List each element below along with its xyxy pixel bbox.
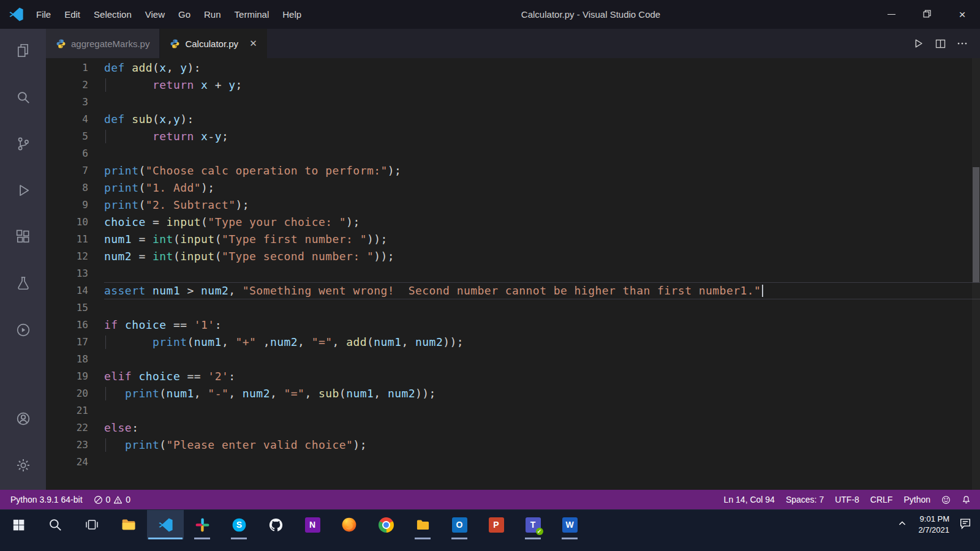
line-number[interactable]: 8 bbox=[46, 179, 104, 197]
taskbar-chrome[interactable] bbox=[368, 510, 404, 539]
taskbar-search[interactable] bbox=[37, 510, 74, 539]
encoding-indicator[interactable]: UTF-8 bbox=[829, 490, 865, 509]
close-tab-icon[interactable]: ✕ bbox=[249, 38, 257, 49]
python-interpreter[interactable]: Python 3.9.1 64-bit bbox=[5, 490, 88, 509]
taskbar-slack[interactable] bbox=[184, 510, 221, 539]
activity-testing[interactable] bbox=[0, 261, 46, 308]
line-number[interactable]: 19 bbox=[46, 368, 104, 385]
menu-terminal[interactable]: Terminal bbox=[228, 0, 276, 29]
code-line-19[interactable]: 19elif choice == '2': bbox=[46, 368, 980, 385]
language-mode[interactable]: Python bbox=[898, 490, 936, 509]
line-number[interactable]: 3 bbox=[46, 94, 104, 111]
restore-button[interactable] bbox=[909, 0, 944, 29]
cursor-position[interactable]: Ln 14, Col 94 bbox=[718, 490, 780, 509]
run-button[interactable] bbox=[910, 36, 926, 51]
notifications-button[interactable] bbox=[956, 490, 976, 509]
feedback-button[interactable] bbox=[936, 490, 956, 509]
code-line-2[interactable]: 2 return x + y; bbox=[46, 77, 980, 94]
split-editor-button[interactable] bbox=[932, 36, 948, 51]
line-number[interactable]: 11 bbox=[46, 231, 104, 248]
code-line-16[interactable]: 16if choice == '1': bbox=[46, 317, 980, 334]
tab-Calculator.py[interactable]: Calculator.py✕ bbox=[160, 29, 266, 58]
taskbar-word[interactable]: W bbox=[551, 510, 588, 539]
close-button[interactable]: × bbox=[944, 0, 980, 29]
code-line-9[interactable]: 9print("2. Subtract"); bbox=[46, 197, 980, 214]
taskbar-folder[interactable] bbox=[404, 510, 441, 539]
code-line-18[interactable]: 18 bbox=[46, 351, 980, 368]
taskbar-file-explorer[interactable] bbox=[110, 510, 147, 539]
taskbar-onenote[interactable]: N bbox=[294, 510, 331, 539]
line-number[interactable]: 20 bbox=[46, 385, 104, 402]
line-number[interactable]: 1 bbox=[46, 59, 104, 77]
taskbar-vscode[interactable] bbox=[147, 510, 184, 539]
activity-explorer[interactable] bbox=[0, 29, 46, 75]
line-number[interactable]: 6 bbox=[46, 145, 104, 162]
line-number[interactable]: 22 bbox=[46, 419, 104, 437]
indentation-indicator[interactable]: Spaces: 7 bbox=[780, 490, 829, 509]
code-line-20[interactable]: 20 print(num1, "-", num2, "=", sub(num1,… bbox=[46, 385, 980, 402]
activity-source-control[interactable] bbox=[0, 122, 46, 168]
line-number[interactable]: 23 bbox=[46, 437, 104, 454]
minimize-button[interactable] bbox=[873, 0, 909, 29]
line-number[interactable]: 2 bbox=[46, 77, 104, 94]
code-line-12[interactable]: 12num2 = int(input("Type second number: … bbox=[46, 248, 980, 265]
line-number[interactable]: 15 bbox=[46, 299, 104, 317]
code-line-1[interactable]: 1def add(x, y): bbox=[46, 59, 980, 77]
taskbar-task-view[interactable] bbox=[74, 510, 110, 539]
activity-account[interactable] bbox=[0, 397, 46, 443]
taskbar-outlook[interactable]: O bbox=[441, 510, 478, 539]
problems-indicator[interactable]: 0 0 bbox=[88, 490, 137, 509]
menu-edit[interactable]: Edit bbox=[58, 0, 87, 29]
menu-help[interactable]: Help bbox=[276, 0, 308, 29]
line-number[interactable]: 17 bbox=[46, 334, 104, 351]
code-line-23[interactable]: 23 print("Please enter valid choice"); bbox=[46, 437, 980, 454]
eol-indicator[interactable]: CRLF bbox=[865, 490, 899, 509]
activity-run-and-debug[interactable] bbox=[0, 168, 46, 215]
code-line-6[interactable]: 6 bbox=[46, 145, 980, 162]
line-number[interactable]: 7 bbox=[46, 162, 104, 179]
code-line-7[interactable]: 7print("Choose calc operation to perform… bbox=[46, 162, 980, 179]
code-line-14[interactable]: 14assert num1 > num2, "Something went wr… bbox=[46, 282, 980, 299]
code-line-3[interactable]: 3 bbox=[46, 94, 980, 111]
code-line-13[interactable]: 13 bbox=[46, 265, 980, 282]
taskbar-firefox[interactable] bbox=[331, 510, 368, 539]
activity-settings[interactable] bbox=[0, 443, 46, 490]
tray-expand-button[interactable] bbox=[892, 510, 912, 539]
line-number[interactable]: 4 bbox=[46, 111, 104, 128]
line-number[interactable]: 12 bbox=[46, 248, 104, 265]
action-center-button[interactable] bbox=[956, 510, 975, 539]
code-line-5[interactable]: 5 return x-y; bbox=[46, 128, 980, 145]
code-line-11[interactable]: 11num1 = int(input("Type first number: "… bbox=[46, 231, 980, 248]
activity-extensions[interactable] bbox=[0, 215, 46, 261]
line-number[interactable]: 14 bbox=[46, 282, 104, 299]
code-line-15[interactable]: 15 bbox=[46, 299, 980, 317]
taskbar-powerpoint[interactable]: P bbox=[478, 510, 514, 539]
vertical-scrollbar[interactable] bbox=[972, 58, 980, 490]
code-line-10[interactable]: 10choice = input("Type your choice: "); bbox=[46, 214, 980, 231]
taskbar-github[interactable] bbox=[257, 510, 294, 539]
menu-go[interactable]: Go bbox=[172, 0, 197, 29]
menu-view[interactable]: View bbox=[138, 0, 172, 29]
line-number[interactable]: 21 bbox=[46, 402, 104, 419]
code-line-21[interactable]: 21 bbox=[46, 402, 980, 419]
taskbar-start[interactable] bbox=[0, 510, 37, 539]
code-editor[interactable]: 1def add(x, y):2 return x + y;34def sub(… bbox=[46, 58, 980, 490]
code-line-24[interactable]: 24 bbox=[46, 454, 980, 471]
activity-remote-explorer[interactable] bbox=[0, 308, 46, 354]
line-number[interactable]: 10 bbox=[46, 214, 104, 231]
menu-selection[interactable]: Selection bbox=[87, 0, 138, 29]
line-number[interactable]: 5 bbox=[46, 128, 104, 145]
code-line-17[interactable]: 17 print(num1, "+" ,num2, "=", add(num1,… bbox=[46, 334, 980, 351]
line-number[interactable]: 18 bbox=[46, 351, 104, 368]
scrollbar-thumb[interactable] bbox=[973, 167, 979, 282]
taskbar-clock[interactable]: 9:01 PM 2/7/2021 bbox=[912, 514, 956, 536]
line-number[interactable]: 13 bbox=[46, 265, 104, 282]
code-line-8[interactable]: 8print("1. Add"); bbox=[46, 179, 980, 197]
tab-aggregateMarks.py[interactable]: aggregateMarks.py bbox=[46, 29, 160, 58]
menu-run[interactable]: Run bbox=[197, 0, 228, 29]
line-number[interactable]: 9 bbox=[46, 197, 104, 214]
line-number[interactable]: 24 bbox=[46, 454, 104, 471]
code-line-4[interactable]: 4def sub(x,y): bbox=[46, 111, 980, 128]
taskbar-teams[interactable]: T✓ bbox=[514, 510, 551, 539]
more-actions-button[interactable] bbox=[954, 36, 970, 51]
